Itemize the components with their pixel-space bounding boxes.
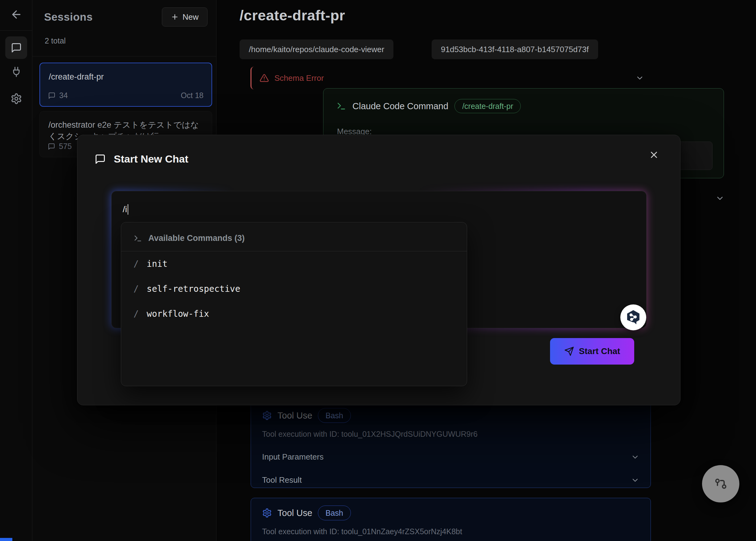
sidebar-item-settings[interactable] — [5, 87, 27, 110]
gear-icon — [262, 508, 272, 518]
chat-input-value: /i — [123, 204, 128, 215]
command-card-title: Claude Code Command — [352, 101, 448, 111]
sidebar-divider — [0, 30, 32, 31]
plus-icon — [171, 13, 179, 21]
tool-use-card: Tool Use Bash Tool execution with ID: to… — [251, 400, 651, 488]
plug-icon — [11, 66, 22, 77]
command-name: init — [147, 259, 168, 269]
sidebar — [0, 0, 32, 541]
tool-use-title: Tool Use — [277, 508, 312, 518]
command-item-self-retrospective[interactable]: / self-retrospective — [121, 276, 467, 301]
chevron-down-icon — [631, 453, 639, 461]
tool-badge-bash: Bash — [318, 506, 351, 520]
chevron-down-icon — [631, 476, 639, 485]
gear-icon — [10, 93, 22, 105]
available-commands-header: Available Commands (3) — [121, 223, 467, 251]
available-commands-popover: Available Commands (3) / init / self-ret… — [121, 222, 467, 386]
tool-use-card: Tool Use Bash Tool execution with ID: to… — [251, 498, 651, 541]
available-commands-label: Available Commands (3) — [148, 234, 245, 243]
session-date: Oct 18 — [181, 91, 203, 100]
app-logo-badge — [620, 304, 646, 330]
session-meta: 34 Oct 18 — [48, 91, 203, 100]
page-title: /create-draft-pr — [239, 7, 345, 24]
close-icon — [649, 150, 662, 160]
dialog-header: Start New Chat — [95, 153, 189, 165]
tool-use-header: Tool Use Bash — [262, 506, 639, 520]
session-message-count: 34 — [59, 91, 68, 100]
app-root: Sessions New 2 total /create-draft-pr 34… — [0, 0, 756, 541]
gear-icon — [262, 410, 272, 420]
project-path-badge: /home/kaito/repos/claude-code-viewer — [239, 40, 393, 59]
command-prefix: / — [134, 309, 139, 319]
new-session-label: New — [183, 12, 198, 22]
session-card-create-draft-pr[interactable]: /create-draft-pr 34 Oct 18 — [39, 63, 212, 107]
message-square-icon — [48, 92, 56, 99]
share-chat-logo-icon — [624, 308, 642, 326]
command-name: self-retrospective — [147, 284, 240, 294]
message-square-icon — [95, 154, 106, 165]
tool-result-toggle[interactable]: Tool Result — [262, 475, 639, 485]
sessions-total: 2 total — [45, 36, 66, 45]
message-square-icon — [48, 143, 55, 150]
session-message-count: 575 — [59, 142, 72, 151]
command-prefix: / — [134, 284, 139, 294]
send-icon — [564, 346, 574, 356]
chevron-down-icon[interactable] — [715, 194, 725, 203]
session-id-badge: 91d53bcb-413f-4118-a807-b1457075d73f — [432, 40, 598, 59]
tool-execution-id: Tool execution with ID: toolu_01X2HSJQrd… — [262, 430, 639, 439]
dialog-title: Start New Chat — [114, 153, 189, 165]
close-button[interactable] — [649, 148, 662, 162]
session-title: /create-draft-pr — [49, 71, 203, 83]
git-branch-fab-button[interactable] — [702, 465, 739, 502]
input-parameters-label: Input Parameters — [262, 452, 323, 462]
sessions-title: Sessions — [44, 11, 93, 23]
start-chat-button[interactable]: Start Chat — [550, 338, 634, 364]
dev-indicator-badge — [0, 538, 12, 541]
schema-error-banner[interactable]: Schema Error — [250, 67, 650, 90]
arrow-left-icon — [10, 8, 23, 21]
command-item-workflow-fix[interactable]: / workflow-fix — [121, 301, 467, 326]
git-pull-request-icon — [713, 476, 728, 491]
back-button[interactable] — [10, 8, 23, 21]
chevron-down-icon[interactable] — [635, 74, 644, 82]
tool-execution-id: Tool execution with ID: toolu_01NnZaey4r… — [262, 527, 639, 536]
command-badge: /create-draft-pr — [455, 99, 521, 113]
message-square-icon — [11, 42, 22, 53]
tool-result-label: Tool Result — [262, 475, 302, 485]
new-session-button[interactable]: New — [162, 7, 207, 27]
sessions-header: Sessions New — [44, 7, 207, 27]
command-prefix: / — [134, 259, 139, 269]
terminal-icon — [134, 234, 142, 243]
alert-triangle-icon — [260, 73, 269, 83]
schema-error-label: Schema Error — [274, 73, 324, 83]
command-name: workflow-fix — [147, 309, 209, 319]
tool-use-header: Tool Use Bash — [262, 408, 639, 423]
start-chat-label: Start Chat — [579, 346, 620, 356]
sidebar-item-chats[interactable] — [5, 36, 27, 59]
start-chat-dialog: Start New Chat /i — [77, 135, 680, 405]
tool-badge-bash: Bash — [318, 408, 351, 423]
input-parameters-toggle[interactable]: Input Parameters — [262, 452, 639, 462]
text-caret — [128, 204, 128, 215]
terminal-icon — [336, 101, 346, 111]
command-card-header: Claude Code Command /create-draft-pr — [336, 99, 521, 113]
tool-use-title: Tool Use — [277, 410, 312, 421]
command-item-init[interactable]: / init — [121, 252, 467, 276]
sidebar-item-mcp[interactable] — [5, 60, 27, 83]
